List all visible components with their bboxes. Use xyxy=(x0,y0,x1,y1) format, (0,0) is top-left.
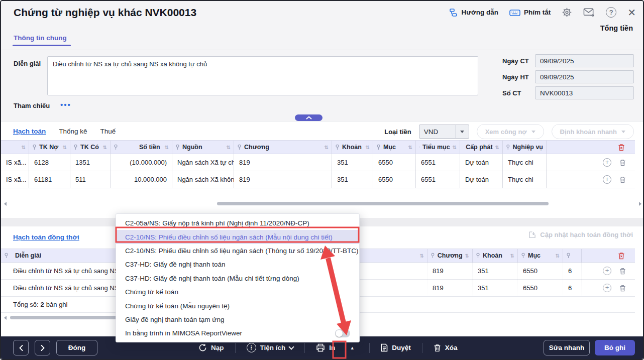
pin-icon[interactable] xyxy=(73,144,78,150)
menu-item[interactable]: Giấy đề nghị thanh toán tạm ứng xyxy=(116,313,359,326)
mimosa-toggle[interactable] xyxy=(335,329,350,337)
col-cap-phat[interactable]: Cấp phát xyxy=(466,144,492,151)
pin-icon[interactable] xyxy=(4,253,9,259)
delete-row-icon[interactable] xyxy=(619,159,626,166)
menu-item[interactable]: C2-05a/NS: Giấy nộp trả kinh phí (Nghị đ… xyxy=(116,216,359,230)
delete-all-icon[interactable] xyxy=(618,144,625,151)
dinh-khoan-nhanh-button[interactable]: Định khoản nhanh xyxy=(552,124,634,139)
col-dien-giai[interactable]: Diễn giải xyxy=(15,252,41,259)
approve-button[interactable]: Duyệt xyxy=(381,343,411,352)
help-icon[interactable]: ? xyxy=(606,7,616,18)
pin-icon[interactable] xyxy=(376,144,381,150)
close-icon[interactable]: ✕ xyxy=(627,8,636,18)
pin-icon[interactable] xyxy=(335,144,340,150)
sort-icon[interactable]: ⇅ xyxy=(408,145,412,150)
guide-button[interactable]: Hướng dẫn xyxy=(449,8,498,17)
delete-row-icon[interactable] xyxy=(619,176,626,183)
quick-edit-button[interactable]: Sửa nhanh xyxy=(544,340,590,355)
col-nghiep-vu[interactable]: Nghiệp vụ xyxy=(513,144,543,151)
table-row[interactable]: IS xã... 61181 511 10.000.000 Ngân sách … xyxy=(1,171,635,188)
col-khoan[interactable]: Khoản xyxy=(483,252,502,259)
col-chuong[interactable]: Chương xyxy=(438,252,463,259)
sort-icon[interactable]: ⇅ xyxy=(510,253,514,259)
doc-date-input[interactable] xyxy=(535,54,634,67)
settings-gear-icon[interactable] xyxy=(562,7,572,18)
menu-item[interactable]: Chứng từ kế toán (Mẫu nguyên tệ) xyxy=(116,299,359,312)
delete-row-icon[interactable] xyxy=(619,285,626,292)
pin-icon[interactable] xyxy=(237,144,242,150)
pin-icon[interactable] xyxy=(431,253,435,259)
collapse-form-button[interactable] xyxy=(295,114,323,121)
currency-select[interactable]: VND xyxy=(419,125,469,139)
scroll-left-icon[interactable] xyxy=(4,316,7,320)
add-row-icon[interactable]: + xyxy=(603,158,611,167)
sort-icon[interactable]: ⇅ xyxy=(495,145,499,150)
col-khoan[interactable]: Khoản xyxy=(342,144,362,151)
pin-icon[interactable] xyxy=(419,144,420,150)
sort-icon[interactable]: ⇅ xyxy=(165,145,169,150)
sort-icon[interactable]: ⇅ xyxy=(453,145,457,150)
shortcut-button[interactable]: Phím tắt xyxy=(509,9,551,17)
pin-icon[interactable] xyxy=(32,144,37,150)
hach-toan-dong-thoi-link[interactable]: Hạch toán đồng thời xyxy=(13,233,79,241)
delete-all-icon[interactable] xyxy=(618,252,625,260)
tab-thue[interactable]: Thuế xyxy=(100,128,116,135)
pin-icon[interactable] xyxy=(114,144,118,150)
pin-icon[interactable] xyxy=(566,253,571,259)
pin-icon[interactable] xyxy=(175,144,180,150)
close-doc-button[interactable]: Đóng xyxy=(56,340,97,355)
table-row[interactable]: IS xã... 6128 1351 (10.000.000) Ngân sác… xyxy=(1,154,635,171)
horizontal-scrollbar[interactable] xyxy=(1,201,644,206)
menu-item[interactable]: C2-10/NS: Phiếu điều chỉnh số liệu ngân … xyxy=(116,244,359,258)
reference-more-button[interactable]: ••• xyxy=(60,100,71,109)
reload-button[interactable]: Nạp xyxy=(198,343,224,352)
add-row-icon[interactable]: + xyxy=(603,284,611,292)
delete-button[interactable]: Xóa xyxy=(434,344,458,352)
tab-thong-tin-chung[interactable]: Thông tin chung xyxy=(14,34,67,46)
pin-icon[interactable] xyxy=(476,253,480,259)
next-record-button[interactable] xyxy=(35,340,50,355)
xem-cong-no-button[interactable]: Xem công nợ xyxy=(477,124,544,139)
sort-icon[interactable]: ⇅ xyxy=(22,145,26,150)
col-nguon[interactable]: Nguồn xyxy=(182,144,202,151)
sort-icon[interactable]: ⇅ xyxy=(465,253,469,259)
col-tk-no[interactable]: TK Nợ xyxy=(39,144,58,151)
tab-hach-toan[interactable]: Hạch toán xyxy=(13,128,46,135)
add-row-icon[interactable]: + xyxy=(603,175,611,184)
menu-item[interactable]: C37-HD: Giấy đề nghị thanh toán xyxy=(116,258,359,271)
cell-clipped: 6 xyxy=(563,263,581,279)
sort-icon[interactable]: ⇅ xyxy=(556,253,560,259)
send-mail-icon[interactable] xyxy=(583,8,595,17)
menu-item[interactable]: In bằng trình in MIMOSA ReportViewer xyxy=(116,326,359,340)
posting-date-input[interactable] xyxy=(535,70,634,83)
col-muc[interactable]: Mục xyxy=(528,252,541,259)
sort-icon[interactable]: ⇅ xyxy=(103,145,107,150)
utilities-button[interactable]: ⋮ Tiện ích xyxy=(247,343,294,352)
pin-icon[interactable] xyxy=(506,144,510,150)
add-row-icon[interactable]: + xyxy=(603,267,611,275)
tab-thong-ke[interactable]: Thống kê xyxy=(59,128,87,135)
menu-item[interactable]: Chứng từ kế toán xyxy=(116,285,359,299)
col-tieu-muc[interactable]: Tiểu mục xyxy=(422,144,450,151)
sort-icon[interactable]: ⇅ xyxy=(420,253,424,259)
scroll-right-icon[interactable] xyxy=(639,202,641,206)
col-tk-co[interactable]: TK Có xyxy=(80,144,99,151)
sort-icon[interactable]: ⇅ xyxy=(325,145,329,150)
doc-number-input[interactable] xyxy=(535,86,634,99)
description-input[interactable]: Điều chỉnh từ NS xã tự chủ sang NS xã kh… xyxy=(47,56,478,95)
sort-icon[interactable]: ⇅ xyxy=(366,145,370,150)
menu-item-highlighted[interactable]: C2-10/NS: Phiếu điều chỉnh số liệu ngân … xyxy=(116,230,359,244)
prev-record-button[interactable] xyxy=(13,340,29,355)
delete-row-icon[interactable] xyxy=(619,268,626,275)
col-so-tien[interactable]: Số tiền xyxy=(139,144,160,151)
col-muc[interactable]: Mục xyxy=(383,144,396,151)
pin-icon[interactable] xyxy=(521,253,525,259)
unpost-button[interactable]: Bỏ ghi xyxy=(595,340,635,355)
scroll-left-icon[interactable] xyxy=(4,202,7,206)
col-chuong[interactable]: Chương xyxy=(244,144,269,151)
scrollbar-thumb[interactable] xyxy=(217,202,549,205)
print-button[interactable]: In xyxy=(316,343,335,352)
sort-icon[interactable]: ⇅ xyxy=(227,145,231,150)
sort-icon[interactable]: ⇅ xyxy=(63,145,67,150)
menu-item[interactable]: C37-HD: Giấy đề nghị thanh toán (Mẫu chi… xyxy=(116,272,359,285)
